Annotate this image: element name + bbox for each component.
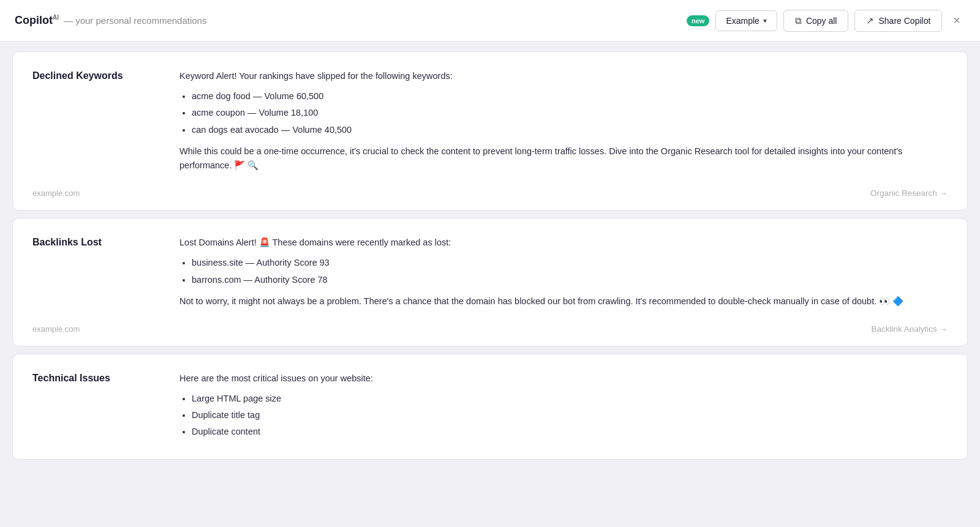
copy-icon: ⧉	[795, 15, 802, 26]
technical-issues-content: Here are the most critical issues on you…	[179, 372, 948, 447]
main-content: Declined Keywords Keyword Alert! Your ra…	[0, 42, 980, 527]
declined-keywords-footer: example.com Organic Research →	[32, 189, 948, 198]
backlinks-lost-footer: example.com Backlink Analytics →	[32, 324, 948, 334]
backlink-analytics-link[interactable]: Backlink Analytics →	[871, 324, 948, 334]
declined-keywords-intro: Keyword Alert! Your rankings have slippe…	[179, 69, 948, 83]
list-item: can dogs eat avocado — Volume 40,500	[192, 123, 948, 137]
example-dropdown[interactable]: Example ▾	[715, 10, 777, 31]
declined-keywords-card: Declined Keywords Keyword Alert! Your ra…	[12, 51, 968, 211]
list-item: Large HTML page size	[192, 392, 948, 406]
backlinks-lost-intro: Lost Domains Alert! 🚨 These domains were…	[179, 236, 948, 250]
declined-keywords-body: While this could be a one-time occurrenc…	[179, 144, 948, 173]
declined-keywords-list: acme dog food — Volume 60,500 acme coupo…	[179, 89, 948, 137]
share-icon: ↗	[866, 15, 874, 26]
backlinks-lost-content: Lost Domains Alert! 🚨 These domains were…	[179, 236, 948, 315]
list-item: business.site — Authority Score 93	[192, 256, 948, 270]
share-copilot-button[interactable]: ↗ Share Copilot	[854, 10, 942, 32]
header-left: CopilotAI — your personal recommendation…	[15, 14, 206, 27]
list-item: barrons.com — Authority Score 78	[192, 273, 948, 287]
chevron-down-icon: ▾	[763, 17, 767, 25]
backlinks-lost-body: Not to worry, it might not always be a p…	[179, 294, 948, 308]
header-right: new Example ▾ ⧉ Copy all ↗ Share Copilot…	[687, 10, 965, 32]
declined-keywords-content: Keyword Alert! Your rankings have slippe…	[179, 69, 948, 179]
technical-issues-intro: Here are the most critical issues on you…	[179, 372, 948, 386]
technical-issues-card: Technical Issues Here are the most criti…	[12, 354, 968, 460]
list-item: Duplicate content	[192, 425, 948, 439]
close-button[interactable]: ×	[948, 11, 965, 30]
new-badge: new	[687, 15, 709, 26]
backlinks-lost-domain: example.com	[32, 324, 80, 334]
title-text: Copilot	[15, 14, 53, 26]
share-label: Share Copilot	[878, 16, 930, 26]
backlinks-lost-card: Backlinks Lost Lost Domains Alert! 🚨 The…	[12, 218, 968, 346]
dropdown-label: Example	[726, 16, 759, 26]
app-title: CopilotAI	[15, 14, 59, 27]
copy-all-button[interactable]: ⧉ Copy all	[783, 10, 849, 32]
backlinks-lost-list: business.site — Authority Score 93 barro…	[179, 256, 948, 286]
list-item: acme dog food — Volume 60,500	[192, 89, 948, 103]
declined-keywords-domain: example.com	[32, 189, 80, 198]
list-item: Duplicate title tag	[192, 408, 948, 422]
copy-all-label: Copy all	[806, 16, 837, 26]
technical-issues-label: Technical Issues	[32, 372, 179, 447]
list-item: acme coupon — Volume 18,100	[192, 106, 948, 120]
header-subtitle: — your personal recommendations	[64, 15, 206, 26]
backlinks-lost-label: Backlinks Lost	[32, 236, 179, 315]
declined-keywords-label: Declined Keywords	[32, 69, 179, 179]
technical-issues-list: Large HTML page size Duplicate title tag…	[179, 392, 948, 439]
organic-research-link[interactable]: Organic Research →	[870, 189, 948, 198]
title-sup: AI	[53, 14, 59, 21]
app-header: CopilotAI — your personal recommendation…	[0, 0, 980, 42]
